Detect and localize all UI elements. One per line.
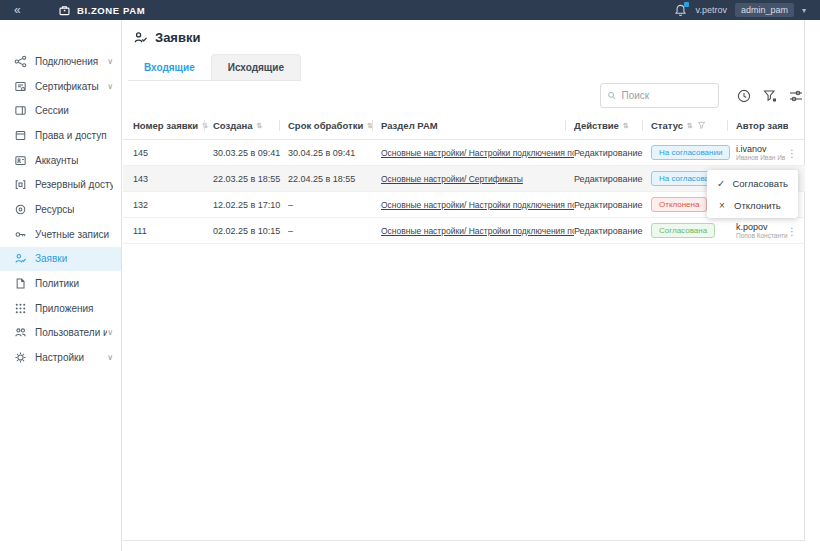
accounts-icon — [14, 154, 27, 167]
sort-icon[interactable]: ⇅ — [623, 122, 629, 130]
sidebar-item-credentials[interactable]: Учетные записи — [0, 222, 121, 247]
main-content: Заявки Входящие Исходящие — [123, 20, 805, 541]
sidebar-item-connections[interactable]: Подключения ∨ — [0, 49, 121, 74]
applications-icon — [14, 302, 27, 315]
cell-author: i.ivanov Иванов Иван Ив ⋮ — [736, 140, 805, 165]
sort-icon[interactable]: ⇅ — [202, 122, 208, 130]
col-header-author: Автор заявки — [736, 112, 805, 139]
menu-item-reject[interactable]: × Отклонить — [707, 194, 798, 216]
search-input[interactable] — [621, 90, 712, 101]
username-label: v.petrov — [696, 5, 727, 15]
sidebar-item-rights-access[interactable]: Права и доступ — [0, 123, 121, 148]
settings-icon — [14, 351, 27, 364]
section-link[interactable]: Основные настройки/ Сертификаты — [381, 174, 523, 184]
sort-icon[interactable]: ⇅ — [687, 122, 693, 130]
cell-number: 111 — [133, 226, 213, 236]
status-badge: Отклонена — [651, 197, 707, 212]
row-menu-icon[interactable]: ⋮ — [787, 147, 797, 158]
col-header-section: Раздел PAM — [381, 112, 574, 139]
cell-deadline: 22.04.25 в 18:55 — [288, 174, 381, 184]
tab-outgoing[interactable]: Исходящие — [211, 54, 301, 80]
search-box — [600, 83, 719, 108]
table-row[interactable]: 143 22.03.25 в 18:55 22.04.25 в 18:55 Ос… — [123, 166, 805, 192]
table-row[interactable]: 145 30.03.25 в 09:41 30.04.25 в 09:41 Ос… — [123, 140, 805, 166]
cell-number: 132 — [133, 200, 213, 210]
cell-action: Редактирование — [574, 226, 651, 236]
policies-icon — [14, 277, 27, 290]
cell-number: 145 — [133, 148, 213, 158]
notifications-button[interactable] — [673, 3, 688, 18]
credentials-icon — [14, 228, 27, 241]
sidebar-item-accounts[interactable]: Аккаунты — [0, 148, 121, 173]
status-badge: Согласована — [651, 223, 715, 238]
cell-action: Редактирование — [574, 174, 651, 184]
check-icon: ✓ — [717, 178, 725, 189]
cell-author: k.popov Попов Константи ⋮ — [736, 218, 805, 243]
chevron-down-icon: ∨ — [107, 328, 113, 337]
author-login: i.ivanov — [736, 144, 788, 154]
column-settings-icon[interactable] — [788, 88, 804, 104]
table-row[interactable]: 132 12.02.25 в 17:10 – Основные настройк… — [123, 192, 805, 218]
table-row[interactable]: 111 02.02.25 в 10:15 – Основные настройк… — [123, 218, 805, 244]
col-header-number: Номер заявки ⇅ — [133, 112, 213, 139]
tab-incoming[interactable]: Входящие — [128, 54, 211, 80]
section-link[interactable]: Основные настройки/ Настройки подключени… — [381, 200, 574, 210]
rights-access-icon — [14, 129, 27, 142]
col-header-action: Действие ⇅ — [574, 112, 651, 139]
user-menu-chevron-icon[interactable]: ▾ — [802, 6, 806, 15]
table-toolbar — [736, 83, 804, 108]
col-header-deadline: Срок обработки ⇅ — [288, 112, 381, 139]
sidebar-item-settings[interactable]: Настройки ∨ — [0, 345, 121, 370]
cell-deadline: 30.04.25 в 09:41 — [288, 148, 381, 158]
filter-icon[interactable] — [762, 88, 778, 104]
app-window: « BI.ZONE PAM v.petrov admin_pam ▾ — [0, 0, 820, 551]
sidebar-item-applications[interactable]: Приложения — [0, 296, 121, 321]
search-icon — [607, 90, 616, 101]
resources-icon — [14, 203, 27, 216]
chevron-down-icon: ∨ — [107, 82, 113, 91]
sidebar-item-sessions[interactable]: Сессии — [0, 98, 121, 123]
sidebar-item-users-groups[interactable]: Пользователи и гр... ∨ — [0, 321, 121, 346]
cell-deadline: – — [288, 200, 381, 210]
table-header-row: Номер заявки ⇅ Создана ⇅ Срок обработки … — [123, 112, 805, 140]
sidebar-item-policies[interactable]: Политики — [0, 271, 121, 296]
col-header-status: Статус ⇅ — [651, 112, 736, 139]
certificates-icon — [14, 80, 27, 93]
menu-item-approve[interactable]: ✓ Согласовать — [707, 172, 798, 194]
cell-created: 30.03.25 в 09:41 — [213, 148, 288, 158]
author-fullname: Попов Константи — [736, 232, 788, 240]
sidebar-item-backup-access[interactable]: Резервный доступ — [0, 172, 121, 197]
requests-icon — [14, 252, 27, 265]
sort-icon[interactable]: ⇅ — [367, 122, 373, 130]
sidebar-item-requests[interactable]: Заявки — [0, 247, 121, 272]
users-groups-icon — [14, 326, 27, 339]
connections-icon — [14, 55, 27, 68]
author-fullname: Иванов Иван Ив — [736, 154, 788, 162]
bizone-logo-icon — [58, 4, 71, 17]
top-bar: « BI.ZONE PAM v.petrov admin_pam ▾ — [0, 0, 820, 20]
cross-icon: × — [717, 200, 727, 211]
section-link[interactable]: Основные настройки/ Настройки подключени… — [381, 148, 574, 158]
cell-deadline: – — [288, 226, 381, 236]
requests-title-icon — [133, 30, 148, 45]
role-badge[interactable]: admin_pam — [735, 3, 794, 17]
row-menu-icon[interactable]: ⋮ — [787, 225, 797, 236]
sidebar-collapse-icon[interactable]: « — [14, 3, 44, 17]
section-link[interactable]: Основные настройки/ Настройки подключени… — [381, 226, 574, 236]
sort-icon[interactable]: ⇅ — [257, 122, 263, 130]
sessions-icon — [14, 104, 27, 117]
tab-bar: Входящие Исходящие — [128, 54, 301, 81]
cell-created: 02.02.25 в 10:15 — [213, 226, 288, 236]
sidebar: Подключения ∨ Сертификаты ∨ Сессии Права… — [0, 20, 122, 551]
row-context-menu: ✓ Согласовать × Отклонить — [707, 170, 798, 218]
status-badge: На согласовании — [651, 145, 730, 160]
notification-badge — [684, 2, 689, 7]
col-header-created: Создана ⇅ — [213, 112, 288, 139]
sidebar-item-certificates[interactable]: Сертификаты ∨ — [0, 74, 121, 99]
sidebar-item-resources[interactable]: Ресурсы — [0, 197, 121, 222]
author-login: k.popov — [736, 222, 788, 232]
requests-table: Номер заявки ⇅ Создана ⇅ Срок обработки … — [123, 112, 805, 244]
column-filter-icon[interactable] — [697, 121, 706, 130]
history-icon[interactable] — [736, 88, 752, 104]
backup-access-icon — [14, 178, 27, 191]
